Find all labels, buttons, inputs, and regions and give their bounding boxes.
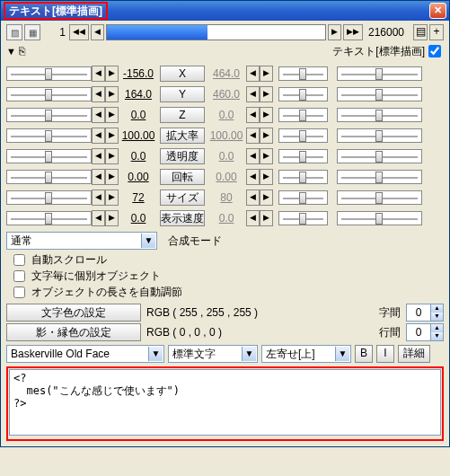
dec-rot-left[interactable]: ◀	[92, 169, 105, 185]
dec-z-right[interactable]: ◀	[246, 107, 260, 123]
dec-y-right[interactable]: ◀	[246, 86, 260, 102]
slider-x-left[interactable]	[6, 66, 92, 81]
btn-y[interactable]: Y	[160, 86, 205, 102]
dec-zoom-right[interactable]: ◀	[246, 128, 260, 144]
dec-speed-left[interactable]: ◀	[92, 210, 105, 226]
btn-z[interactable]: Z	[160, 107, 205, 123]
inc-speed-left[interactable]: ▶	[105, 210, 119, 226]
add-btn[interactable]: +	[429, 24, 444, 40]
slider-rot-left[interactable]	[6, 170, 92, 184]
slider-z-right[interactable]	[278, 108, 328, 122]
dec-rot-right[interactable]: ◀	[246, 169, 260, 185]
perchar-checkbox[interactable]	[13, 270, 25, 282]
dec-x-left[interactable]: ◀	[92, 66, 105, 82]
text-color-button[interactable]: 文字色の設定	[6, 304, 141, 322]
slider-zoom-right[interactable]	[278, 128, 328, 143]
close-button[interactable]: ✕	[429, 3, 446, 19]
dec-x-right[interactable]: ◀	[246, 66, 260, 82]
slider-z-left[interactable]	[6, 108, 92, 122]
layer-checkbox[interactable]	[428, 45, 441, 57]
char-spacing-input[interactable]	[407, 304, 430, 321]
char-spacing-spinner[interactable]: ▲▼	[406, 304, 444, 322]
slider-rot-right[interactable]	[278, 170, 328, 184]
slider-zoom-far[interactable]	[337, 128, 422, 143]
italic-button[interactable]: I	[376, 345, 394, 363]
align-combo[interactable]: 左寄せ[上] ▼	[261, 345, 351, 363]
dec-size-left[interactable]: ◀	[92, 190, 105, 206]
seek-next[interactable]: ▶	[328, 24, 341, 40]
btn-rot[interactable]: 回転	[160, 169, 205, 185]
line-spacing-spinner[interactable]: ▲▼	[406, 323, 444, 341]
blend-mode-combo[interactable]: 通常 ▼	[6, 232, 157, 250]
slider-speed-right[interactable]	[278, 211, 328, 225]
toggle-btn[interactable]: ▤	[413, 24, 428, 40]
slider-z-far[interactable]	[337, 108, 422, 122]
slider-size-right[interactable]	[278, 190, 328, 205]
inc-zoom-right[interactable]: ▶	[260, 128, 273, 144]
inc-y-left[interactable]: ▶	[105, 86, 119, 102]
seek-prev[interactable]: ◀	[91, 24, 104, 40]
inc-z-right[interactable]: ▶	[260, 107, 273, 123]
autoscroll-checkbox[interactable]	[13, 254, 25, 266]
slider-size-left[interactable]	[6, 190, 92, 205]
inc-size-left[interactable]: ▶	[105, 190, 119, 206]
dec-zoom-left[interactable]: ◀	[92, 128, 105, 144]
slider-y-left[interactable]	[6, 87, 92, 101]
inc-alpha-left[interactable]: ▶	[105, 148, 119, 164]
inc-y-right[interactable]: ▶	[260, 86, 273, 102]
inc-speed-right[interactable]: ▶	[260, 210, 273, 226]
dec-y-left[interactable]: ◀	[92, 86, 105, 102]
slider-x-far[interactable]	[337, 66, 422, 81]
val-size-right: 80	[207, 191, 246, 204]
inc-x-left[interactable]: ▶	[105, 66, 119, 82]
btn-speed[interactable]: 表示速度	[160, 210, 205, 226]
slider-alpha-right[interactable]	[278, 149, 328, 163]
line-spacing-input[interactable]	[407, 324, 430, 340]
slider-zoom-left[interactable]	[6, 128, 92, 143]
slider-size-far[interactable]	[337, 190, 422, 205]
slider-x-right[interactable]	[278, 66, 328, 81]
dec-z-left[interactable]: ◀	[92, 107, 105, 123]
detail-button[interactable]: 詳細	[398, 345, 430, 363]
slider-rot-far[interactable]	[337, 170, 422, 184]
copy-icon[interactable]: ⎘	[19, 45, 31, 57]
script-textarea[interactable]	[9, 369, 441, 436]
slider-y-far[interactable]	[337, 87, 422, 101]
inc-x-right[interactable]: ▶	[260, 66, 273, 82]
shadow-color-button[interactable]: 影・縁色の設定	[6, 323, 141, 341]
slider-speed-left[interactable]	[6, 211, 92, 225]
layer-icon[interactable]: ▦	[24, 24, 40, 40]
inc-zoom-left[interactable]: ▶	[105, 128, 119, 144]
dec-alpha-right[interactable]: ◀	[246, 148, 260, 164]
seek-end[interactable]: ▶▶	[343, 24, 363, 40]
dec-size-right[interactable]: ◀	[246, 190, 260, 206]
bold-button[interactable]: B	[355, 345, 373, 363]
dec-speed-right[interactable]: ◀	[246, 210, 260, 226]
collapse-icon[interactable]: ▼	[6, 46, 19, 57]
filter-icon[interactable]: ▨	[6, 24, 22, 40]
blend-mode-value: 通常	[11, 234, 32, 249]
font-combo[interactable]: Baskerville Old Face ▼	[6, 345, 164, 363]
val-y-right: 460.0	[207, 88, 246, 101]
inc-rot-left[interactable]: ▶	[105, 169, 119, 185]
slider-alpha-left[interactable]	[6, 149, 92, 163]
btn-zoom[interactable]: 拡大率	[160, 128, 205, 144]
style-combo[interactable]: 標準文字 ▼	[168, 345, 258, 363]
val-x-right: 464.0	[207, 67, 246, 80]
slider-speed-far[interactable]	[337, 211, 422, 225]
btn-alpha[interactable]: 透明度	[160, 148, 205, 164]
inc-size-right[interactable]: ▶	[260, 190, 273, 206]
autofit-checkbox[interactable]	[13, 286, 25, 298]
inc-alpha-right[interactable]: ▶	[260, 148, 273, 164]
dec-alpha-left[interactable]: ◀	[92, 148, 105, 164]
btn-size[interactable]: サイズ	[160, 190, 205, 206]
inc-z-left[interactable]: ▶	[105, 107, 119, 123]
slider-alpha-far[interactable]	[337, 149, 422, 163]
seek-start[interactable]: ◀◀	[69, 24, 89, 40]
btn-x[interactable]: X	[160, 66, 205, 82]
slider-y-right[interactable]	[278, 87, 328, 101]
text-color-rgb: RGB ( 255 , 255 , 255 )	[146, 306, 258, 319]
timeline-slider[interactable]	[106, 24, 326, 40]
param-row-z: ◀▶0.0Z0.0◀▶	[6, 105, 444, 125]
inc-rot-right[interactable]: ▶	[260, 169, 273, 185]
